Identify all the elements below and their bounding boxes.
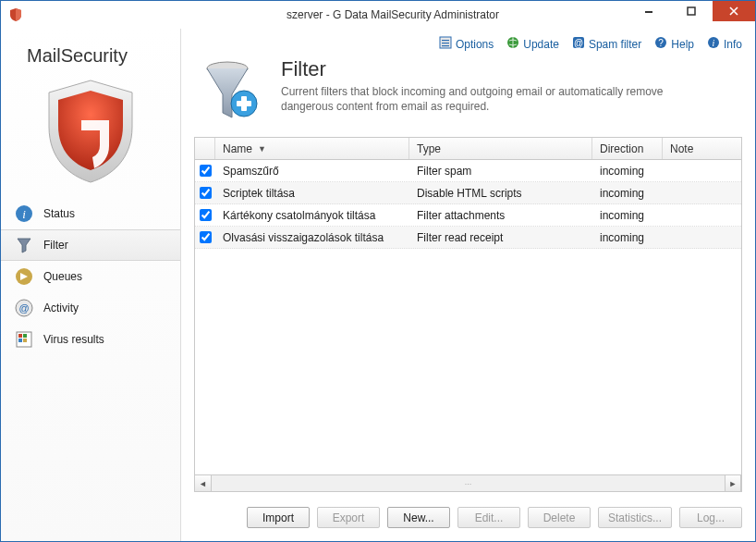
svg-rect-1 bbox=[688, 7, 695, 15]
action-buttons: Import Export New... Edit... Delete Stat… bbox=[181, 494, 755, 541]
row-checkbox[interactable] bbox=[200, 187, 212, 199]
table-row[interactable]: SpamszűrőFilter spamincoming bbox=[195, 160, 741, 182]
svg-rect-0 bbox=[645, 11, 652, 13]
col-type[interactable]: Type bbox=[409, 138, 592, 159]
col-direction[interactable]: Direction bbox=[592, 138, 663, 159]
titlebar: szerver - G Data MailSecurity Administra… bbox=[1, 1, 755, 29]
svg-rect-8 bbox=[18, 334, 22, 338]
svg-rect-10 bbox=[18, 339, 22, 342]
sidebar-item-activity[interactable]: @ Activity bbox=[1, 292, 180, 324]
sidebar-item-label: Virus results bbox=[43, 333, 104, 346]
toolbar-options[interactable]: Options bbox=[439, 36, 494, 52]
brand-title: MailSecurity bbox=[27, 45, 165, 67]
table-row[interactable]: Scriptek tiltásaDisable HTML scriptsinco… bbox=[195, 182, 741, 204]
brand: MailSecurity bbox=[1, 29, 180, 72]
sidebar-item-queues[interactable]: Queues bbox=[1, 261, 180, 292]
col-checkbox[interactable] bbox=[195, 138, 215, 159]
table-row[interactable]: Kártékony csatolmányok tiltásaFilter att… bbox=[195, 204, 741, 227]
row-checkbox-cell bbox=[195, 187, 215, 199]
page-header: Filter Current filters that block incomi… bbox=[181, 55, 755, 137]
filter-table: Name▼ Type Direction Note SpamszűrőFilte… bbox=[194, 137, 742, 492]
sidebar-item-label: Status bbox=[43, 207, 75, 220]
row-checkbox-cell bbox=[195, 165, 215, 177]
row-checkbox[interactable] bbox=[200, 165, 212, 177]
log-button[interactable]: Log... bbox=[679, 507, 742, 528]
row-type: Filter read receipt bbox=[409, 231, 592, 244]
app-icon bbox=[8, 7, 23, 22]
svg-rect-13 bbox=[442, 40, 449, 41]
row-name: Scriptek tiltása bbox=[215, 187, 409, 200]
row-name: Olvasási visszaigazolások tiltása bbox=[215, 231, 409, 244]
close-button[interactable] bbox=[713, 1, 755, 21]
sidebar-nav: i Status Filter Queues @ Activity V bbox=[1, 198, 180, 355]
page-title: Filter bbox=[281, 57, 715, 81]
shield-logo bbox=[1, 72, 180, 198]
grid-icon bbox=[14, 329, 34, 350]
row-type: Disable HTML scripts bbox=[409, 187, 592, 200]
scroll-left-button[interactable]: ◄ bbox=[195, 475, 212, 491]
svg-rect-15 bbox=[442, 45, 449, 46]
row-checkbox[interactable] bbox=[200, 209, 212, 221]
svg-text:@: @ bbox=[18, 302, 29, 314]
table-body: SpamszűrőFilter spamincomingScriptek til… bbox=[195, 160, 741, 474]
activity-icon: @ bbox=[14, 298, 34, 318]
globe-icon bbox=[506, 36, 519, 52]
row-checkbox-cell bbox=[195, 231, 215, 243]
sidebar-item-label: Activity bbox=[43, 302, 79, 314]
sidebar: MailSecurity i Status bbox=[1, 29, 181, 541]
toolbar-update[interactable]: Update bbox=[506, 36, 559, 52]
export-button[interactable]: Export bbox=[317, 507, 380, 528]
info-icon: i bbox=[707, 36, 720, 52]
row-name: Kártékony csatolmányok tiltása bbox=[215, 209, 409, 222]
filter-add-icon bbox=[198, 57, 264, 124]
row-checkbox[interactable] bbox=[200, 231, 212, 243]
col-name[interactable]: Name▼ bbox=[215, 138, 409, 159]
row-checkbox-cell bbox=[195, 209, 215, 221]
toolbar-info[interactable]: iInfo bbox=[707, 36, 742, 52]
at-icon: @ bbox=[572, 36, 585, 52]
minimize-button[interactable] bbox=[628, 1, 670, 21]
page-description: Current filters that block incoming and … bbox=[281, 84, 715, 114]
delete-button[interactable]: Delete bbox=[528, 507, 591, 528]
sidebar-item-label: Queues bbox=[43, 270, 82, 283]
col-note[interactable]: Note bbox=[663, 138, 741, 159]
info-icon: i bbox=[14, 203, 34, 224]
queue-icon bbox=[14, 266, 34, 287]
svg-text:i: i bbox=[22, 207, 26, 221]
statistics-button[interactable]: Statistics... bbox=[598, 507, 672, 528]
row-name: Spamszűrő bbox=[215, 165, 409, 178]
table-header: Name▼ Type Direction Note bbox=[195, 138, 741, 160]
row-direction: incoming bbox=[592, 187, 663, 200]
sidebar-item-filter[interactable]: Filter bbox=[1, 229, 180, 261]
scroll-track[interactable]: ··· bbox=[212, 475, 725, 491]
row-type: Filter spam bbox=[409, 165, 592, 178]
row-direction: incoming bbox=[592, 231, 663, 244]
svg-rect-11 bbox=[23, 339, 27, 342]
svg-rect-26 bbox=[237, 101, 251, 106]
edit-button[interactable]: Edit... bbox=[457, 507, 520, 528]
content-pane: Options Update @Spam filter ?Help iInfo bbox=[181, 29, 755, 541]
scroll-right-button[interactable]: ► bbox=[725, 475, 741, 491]
horizontal-scrollbar[interactable]: ◄ ··· ► bbox=[195, 474, 741, 491]
sidebar-item-virus-results[interactable]: Virus results bbox=[1, 324, 180, 355]
funnel-icon bbox=[14, 235, 34, 255]
window-controls bbox=[628, 1, 755, 21]
svg-rect-14 bbox=[442, 43, 449, 43]
svg-text:@: @ bbox=[574, 38, 583, 48]
top-toolbar: Options Update @Spam filter ?Help iInfo bbox=[181, 29, 755, 55]
import-button[interactable]: Import bbox=[247, 507, 310, 528]
toolbar-help[interactable]: ?Help bbox=[654, 36, 694, 52]
toolbar-spamfilter[interactable]: @Spam filter bbox=[572, 36, 641, 52]
new-button[interactable]: New... bbox=[387, 507, 450, 528]
row-direction: incoming bbox=[592, 209, 663, 222]
help-icon: ? bbox=[654, 36, 667, 52]
maximize-button[interactable] bbox=[670, 1, 713, 21]
sidebar-item-label: Filter bbox=[43, 239, 68, 252]
row-type: Filter attachments bbox=[409, 209, 592, 222]
svg-rect-9 bbox=[23, 334, 27, 338]
sort-desc-icon: ▼ bbox=[258, 144, 266, 154]
table-row[interactable]: Olvasási visszaigazolások tiltásaFilter … bbox=[195, 227, 741, 249]
options-icon bbox=[439, 36, 452, 52]
sidebar-item-status[interactable]: i Status bbox=[1, 198, 180, 229]
svg-text:?: ? bbox=[659, 38, 665, 48]
